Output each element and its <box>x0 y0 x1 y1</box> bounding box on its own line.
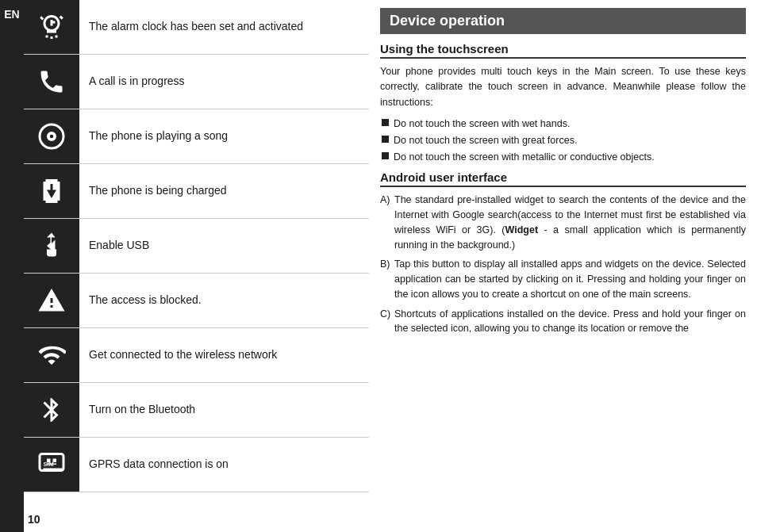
lettered-item-C: C)Shortcuts of applications installed on… <box>380 307 746 337</box>
music-icon <box>24 109 79 163</box>
touchscreen-body: Your phone provides multi touch keys in … <box>380 64 746 110</box>
icon-row-text-bluetooth: Turn on the Bluetooth <box>79 396 205 424</box>
icon-row-wifi: Get connected to the wireless network <box>24 328 369 383</box>
icon-row-blocked: The access is blocked. <box>24 274 369 328</box>
right-panel: Device operation Using the touchscreen Y… <box>369 0 757 532</box>
item-text: Shortcuts of applications installed on t… <box>394 307 746 337</box>
lettered-item-B: B)Tap this button to display all install… <box>380 257 746 301</box>
bullet-text: Do not touch the screen with great force… <box>394 133 577 148</box>
usb-icon <box>24 219 79 273</box>
svg-text:SIM: SIM <box>44 461 54 468</box>
icon-row-text-wifi: Get connected to the wireless network <box>79 341 286 369</box>
bullet-item: Do not touch the screen with metallic or… <box>382 150 746 165</box>
icon-list: The alarm clock has been set and activat… <box>24 0 369 532</box>
icon-row-usb: Enable USB <box>24 219 369 274</box>
bullet-square <box>382 152 389 159</box>
icon-row-bluetooth: Turn on the Bluetooth <box>24 383 369 438</box>
bullet-item: Do not touch the screen with wet hands. <box>382 117 746 132</box>
page-number: 10 <box>28 513 40 526</box>
bullet-list: Do not touch the screen with wet hands.D… <box>382 117 746 164</box>
wifi-icon <box>24 328 79 382</box>
bullet-item: Do not touch the screen with great force… <box>382 133 746 148</box>
icon-row-text-alarm: The alarm clock has been set and activat… <box>79 13 313 41</box>
language-label: EN <box>0 0 24 532</box>
item-text: Tap this button to display all installed… <box>394 257 746 301</box>
bullet-square <box>382 136 389 143</box>
icon-row-charging: The phone is being charged <box>24 164 369 219</box>
android-section-title: Android user interface <box>380 170 746 187</box>
android-section: Android user interface A)The standard pr… <box>380 170 746 336</box>
charging-icon <box>24 164 79 218</box>
lettered-items-container: A)The standard pre-installed widget to s… <box>380 193 746 336</box>
warning-icon <box>24 274 79 327</box>
alarm-icon <box>24 0 79 54</box>
bullet-text: Do not touch the screen with metallic or… <box>394 150 655 165</box>
icon-row-text-charging: The phone is being charged <box>79 177 236 205</box>
main-title: Device operation <box>380 8 746 34</box>
bullet-text: Do not touch the screen with wet hands. <box>394 117 570 132</box>
icon-row-text-gprs: GPRS data connection is on <box>79 450 238 479</box>
icon-row-music: The phone is playing a song <box>24 109 369 164</box>
call-icon <box>24 55 79 109</box>
icon-row-text-music: The phone is playing a song <box>79 122 237 151</box>
item-letter: C) <box>380 307 394 322</box>
bullet-square <box>382 119 389 126</box>
svg-point-2 <box>50 135 54 139</box>
item-letter: A) <box>380 193 394 208</box>
icon-row-text-call: A call is in progress <box>79 67 194 96</box>
bluetooth-icon <box>24 383 79 437</box>
touchscreen-section-title: Using the touchscreen <box>380 42 746 59</box>
left-panel: EN The alarm clock has been set and acti… <box>0 0 369 532</box>
icon-row-text-usb: Enable USB <box>79 232 159 260</box>
icon-row-gprs: SIM GPRS data connection is on <box>24 438 369 492</box>
item-text: The standard pre-installed widget to sea… <box>394 193 746 252</box>
item-letter: B) <box>380 257 394 272</box>
lettered-item-A: A)The standard pre-installed widget to s… <box>380 193 746 252</box>
icon-row-call: A call is in progress <box>24 55 369 109</box>
icon-row-text-blocked: The access is blocked. <box>79 286 211 315</box>
gprs-icon: SIM <box>24 438 79 492</box>
icon-row-alarm: The alarm clock has been set and activat… <box>24 0 369 55</box>
